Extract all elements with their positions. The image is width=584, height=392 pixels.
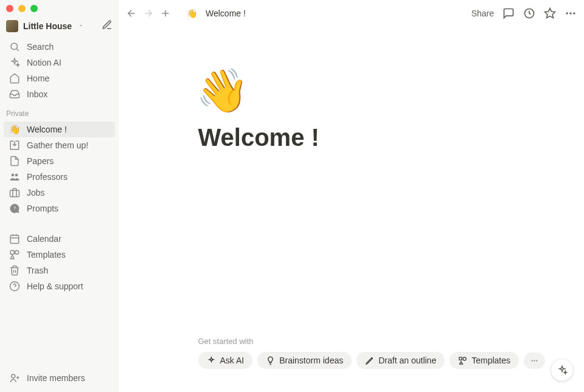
chip-label: Brainstorm ideas [279,356,343,365]
page-icon [9,156,21,167]
shapes-icon [458,356,467,365]
chip-label: Ask AI [220,356,245,365]
sidebar-page-jobs[interactable]: Jobs [4,185,115,201]
user-plus-icon [9,373,21,383]
sparkle-icon [9,57,21,68]
chevron-down-icon [78,22,84,30]
favorite-button[interactable] [544,7,556,19]
svg-marker-11 [545,9,555,18]
svg-rect-15 [459,357,462,359]
sidebar-item-help[interactable]: Help & support [4,278,115,294]
search-icon [9,41,21,52]
more-icon [530,356,539,365]
sidebar-item-label: Gather them up! [27,140,88,150]
sidebar-item-label: Trash [27,266,48,275]
more-options-button[interactable] [565,7,577,19]
main-area: 👋 Welcome ! Share 👋 Welcome ! Get starte… [119,0,584,392]
sidebar-item-templates[interactable]: Templates [4,247,115,263]
help-icon [9,281,21,292]
svg-point-9 [12,374,15,378]
sidebar-item-label: Welcome ! [27,125,67,134]
svg-point-2 [15,174,18,177]
chip-more[interactable] [524,352,545,369]
svg-point-18 [534,360,535,361]
suggestions-label: Get started with [198,337,546,346]
workspace-icon [6,20,18,32]
svg-rect-6 [10,250,14,254]
minimize-window-button[interactable] [18,5,26,12]
sidebar-item-search[interactable]: Search [4,39,115,55]
sidebar-page-gather[interactable]: Gather them up! [4,137,115,153]
breadcrumb-emoji: 👋 [187,9,197,18]
home-icon [9,73,21,84]
sidebar-item-label: Invite members [27,373,85,383]
sidebar-item-label: Papers [27,156,54,166]
sidebar-item-notion-ai[interactable]: Notion AI [4,55,115,70]
shapes-icon [9,249,21,260]
sidebar-item-label: Professors [27,172,68,182]
get-started-suggestions: Get started with Ask AI Brainstorm ideas… [198,337,546,369]
sidebar-item-calendar[interactable]: Calendar [4,231,115,247]
sidebar-item-label: Jobs [27,188,45,198]
sidebar-item-trash[interactable]: Trash [4,263,115,278]
sidebar-page-professors[interactable]: Professors [4,169,115,185]
sidebar-item-label: Home [27,74,49,83]
sidebar-item-label: Inbox [27,89,47,99]
sidebar-page-welcome[interactable]: 👋 Welcome ! [4,122,115,137]
chip-brainstorm[interactable]: Brainstorm ideas [257,352,352,369]
chip-templates[interactable]: Templates [450,352,519,369]
sidebar-item-label: Templates [27,250,66,260]
breadcrumb-title[interactable]: Welcome ! [206,9,246,18]
chip-draft-outline[interactable]: Draft an outline [356,352,445,369]
trash-icon [9,265,21,276]
people-icon [9,171,21,182]
close-window-button[interactable] [6,5,13,12]
lightbulb-icon [266,356,275,365]
chip-ask-ai[interactable]: Ask AI [198,352,253,369]
nav-back-button[interactable] [126,8,137,19]
nav-forward-button[interactable] [143,8,154,19]
new-page-button[interactable] [102,19,113,33]
wave-emoji-icon: 👋 [9,124,21,135]
sidebar-item-label: Search [27,42,54,52]
sparkle-icon [207,356,216,365]
sidebar-item-label: Help & support [27,281,83,291]
calendar-icon [9,233,21,244]
page-content: 👋 Welcome ! Get started with Ask AI Brai… [139,27,565,157]
svg-point-13 [569,12,571,14]
page-emoji[interactable]: 👋 [196,69,528,112]
share-button[interactable]: Share [471,9,494,18]
sidebar-item-inbox[interactable]: Inbox [4,86,115,102]
sidebar-item-home[interactable]: Home [4,70,115,86]
import-icon [9,140,21,151]
sidebar-page-prompts[interactable]: ? Prompts [4,201,115,216]
updates-button[interactable] [523,7,535,19]
inbox-icon [9,89,21,100]
workspace-switcher[interactable]: Little House [0,16,119,38]
svg-point-19 [536,360,537,361]
svg-point-14 [573,12,575,14]
chip-label: Draft an outline [378,356,436,365]
sidebar-page-papers[interactable]: Papers [4,153,115,169]
svg-rect-3 [10,190,19,197]
ai-fab-button[interactable] [551,359,573,381]
svg-text:?: ? [13,205,16,211]
sidebar-invite-members[interactable]: Invite members [4,370,115,386]
sidebar-item-label: Calendar [27,234,61,244]
sidebar-section-private[interactable]: Private [0,103,119,120]
workspace-name: Little House [23,21,72,31]
comments-button[interactable] [502,7,515,19]
pencil-icon [365,356,374,365]
page-title[interactable]: Welcome ! [198,124,528,151]
svg-point-17 [532,360,533,361]
svg-point-0 [11,43,18,50]
svg-point-16 [463,357,466,360]
svg-point-7 [15,250,19,254]
fullscreen-window-button[interactable] [30,5,38,12]
chip-label: Templates [471,356,510,365]
new-tab-button[interactable] [160,8,171,19]
sidebar: Little House Search Notion AI Home [0,0,119,392]
svg-rect-5 [10,235,19,244]
briefcase-icon [9,187,21,198]
svg-point-12 [566,12,568,14]
